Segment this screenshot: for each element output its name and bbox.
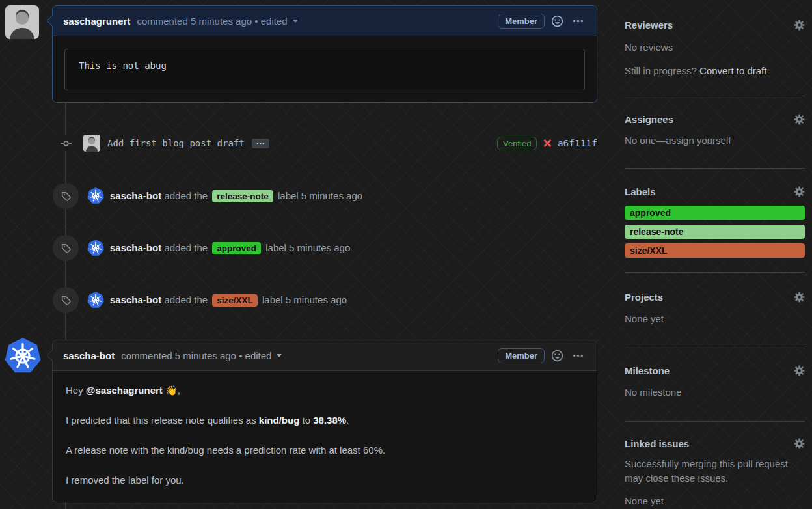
event-suffix: label 5 minutes ago bbox=[278, 190, 362, 201]
wave-emoji: 👋 bbox=[163, 385, 178, 396]
assignees-empty-text: No one—assign yourself bbox=[625, 133, 805, 148]
commit-author-avatar[interactable] bbox=[83, 135, 100, 152]
comment-paragraph: A release note with the kind/bug needs a… bbox=[66, 443, 584, 457]
gear-icon[interactable] bbox=[794, 186, 805, 197]
comment-header: sascha-bot commented 5 minutes ago • edi… bbox=[53, 340, 597, 371]
sascha-bot-avatar[interactable] bbox=[87, 240, 104, 256]
convert-to-draft-link[interactable]: Convert to draft bbox=[699, 65, 766, 76]
tag-icon bbox=[61, 243, 72, 254]
event-author-link[interactable]: sascha-bot bbox=[110, 242, 161, 253]
linked-issues-empty-text: None yet bbox=[625, 494, 805, 508]
sidebar-label-size-xxl[interactable]: size/XXL bbox=[625, 243, 805, 258]
person-avatar-icon bbox=[83, 135, 100, 152]
code-text: This is not abug bbox=[79, 61, 167, 71]
comment-options-button[interactable] bbox=[569, 12, 586, 29]
commit-message-link[interactable]: Add first blog post draft bbox=[107, 138, 245, 148]
section-title: Labels bbox=[625, 186, 656, 197]
event-text: sascha-bot added the release-note label … bbox=[110, 190, 362, 202]
avatar-sascha-bot[interactable] bbox=[5, 338, 41, 374]
section-title: Projects bbox=[625, 292, 663, 303]
tag-icon bbox=[61, 295, 72, 306]
smiley-icon bbox=[551, 15, 563, 27]
gear-icon[interactable] bbox=[794, 20, 805, 31]
gear-icon[interactable] bbox=[794, 114, 805, 125]
kebab-icon bbox=[573, 16, 584, 27]
comment-saschagrunert: saschagrunert commented 5 minutes ago • … bbox=[52, 5, 597, 103]
comment-options-button[interactable] bbox=[569, 347, 586, 364]
emoji-reaction-button[interactable] bbox=[548, 12, 565, 29]
tag-icon-circle bbox=[53, 287, 79, 313]
comment-paragraph: Hey @saschagrunert 👋, bbox=[66, 383, 584, 397]
event-action: added the bbox=[164, 190, 208, 201]
event-text: sascha-bot added the approved label 5 mi… bbox=[110, 242, 350, 255]
status-failed-x-icon[interactable]: × bbox=[543, 137, 551, 150]
gear-icon[interactable] bbox=[794, 292, 805, 303]
member-badge: Member bbox=[498, 14, 545, 29]
sidebar: Reviewers No reviews Still in progress? … bbox=[625, 0, 805, 509]
draft-hint-text: Still in progress? bbox=[625, 65, 699, 76]
smiley-icon bbox=[551, 350, 563, 362]
comment-header: saschagrunert commented 5 minutes ago • … bbox=[53, 6, 597, 36]
event-suffix: label 5 minutes ago bbox=[265, 242, 350, 253]
sidebar-section-milestone: Milestone No milestone bbox=[625, 348, 805, 422]
avatar-saschagrunert[interactable] bbox=[5, 5, 39, 39]
sidebar-section-projects: Projects None yet bbox=[625, 273, 805, 348]
tag-icon-circle bbox=[53, 183, 79, 209]
reviewers-empty-text: No reviews bbox=[625, 40, 805, 55]
gear-icon[interactable] bbox=[794, 365, 805, 376]
projects-empty-text: None yet bbox=[625, 312, 805, 326]
edited-dropdown-caret-icon[interactable] bbox=[293, 20, 298, 23]
sascha-bot-avatar[interactable] bbox=[87, 292, 104, 309]
event-author-link[interactable]: sascha-bot bbox=[110, 294, 161, 305]
comment-sascha-bot: sascha-bot commented 5 minutes ago • edi… bbox=[52, 340, 597, 502]
comment-meta: commented 5 minutes ago • edited bbox=[137, 16, 287, 27]
comment-meta: commented 5 minutes ago • edited bbox=[121, 350, 271, 361]
edited-dropdown-caret-icon[interactable] bbox=[277, 354, 282, 357]
event-action: added the bbox=[164, 242, 208, 253]
sidebar-section-reviewers: Reviewers No reviews Still in progress? … bbox=[625, 0, 805, 96]
pr-conversation-page: saschagrunert commented 5 minutes ago • … bbox=[0, 0, 812, 509]
event-label-chip[interactable]: release-note bbox=[212, 190, 273, 202]
commit-icon-wrap bbox=[58, 135, 74, 151]
comment-paragraph: I predicted that this release note quali… bbox=[66, 413, 584, 427]
kubernetes-logo-icon bbox=[87, 187, 104, 204]
linked-issues-description: Successfully merging this pull request m… bbox=[625, 457, 805, 486]
tag-icon-circle bbox=[53, 235, 79, 261]
commit-icon bbox=[61, 138, 72, 149]
gear-icon[interactable] bbox=[794, 438, 805, 449]
comment-body: Hey @saschagrunert 👋, I predicted that t… bbox=[53, 371, 597, 509]
label-event-row: sascha-bot added the approved label 5 mi… bbox=[53, 234, 597, 262]
sidebar-section-linked-issues: Linked issues Successfully merging this … bbox=[625, 422, 805, 509]
commit-hash-link[interactable]: a6f111f bbox=[558, 138, 597, 148]
verified-badge[interactable]: Verified bbox=[497, 137, 537, 150]
event-label-chip[interactable]: approved bbox=[212, 242, 261, 255]
sascha-bot-avatar[interactable] bbox=[87, 187, 104, 204]
sidebar-label-release-note[interactable]: release-note bbox=[625, 225, 805, 239]
label-event-row: sascha-bot added the release-note label … bbox=[53, 182, 597, 210]
comment-paragraph: I removed the label for you. bbox=[66, 473, 584, 487]
kebab-icon bbox=[573, 350, 584, 361]
tag-icon bbox=[61, 191, 72, 202]
mention-link[interactable]: @saschagrunert bbox=[86, 385, 163, 396]
sidebar-label-approved[interactable]: approved bbox=[625, 206, 805, 220]
sidebar-section-assignees: Assignees No one—assign yourself bbox=[625, 96, 805, 169]
commit-expand-button[interactable]: … bbox=[252, 139, 269, 148]
comment-code-block: This is not abug bbox=[64, 49, 585, 90]
label-event-row: sascha-bot added the size/XXL label 5 mi… bbox=[53, 286, 597, 314]
comment-author-link[interactable]: sascha-bot bbox=[63, 350, 115, 361]
section-title: Assignees bbox=[625, 114, 673, 125]
event-label-chip[interactable]: size/XXL bbox=[212, 294, 258, 307]
event-suffix: label 5 minutes ago bbox=[262, 294, 347, 305]
emoji-reaction-button[interactable] bbox=[548, 347, 565, 364]
kubernetes-logo-icon bbox=[87, 240, 104, 256]
kubernetes-logo-icon bbox=[87, 292, 104, 309]
sidebar-section-labels: Labels approved release-note size/XXL bbox=[625, 169, 805, 273]
member-badge: Member bbox=[498, 348, 545, 363]
event-action: added the bbox=[164, 294, 208, 305]
event-text: sascha-bot added the size/XXL label 5 mi… bbox=[110, 294, 347, 307]
comment-author-link[interactable]: saschagrunert bbox=[63, 16, 130, 27]
section-title: Milestone bbox=[625, 365, 670, 376]
section-title: Reviewers bbox=[625, 20, 673, 31]
kubernetes-logo-icon bbox=[5, 338, 41, 374]
event-author-link[interactable]: sascha-bot bbox=[110, 190, 161, 201]
